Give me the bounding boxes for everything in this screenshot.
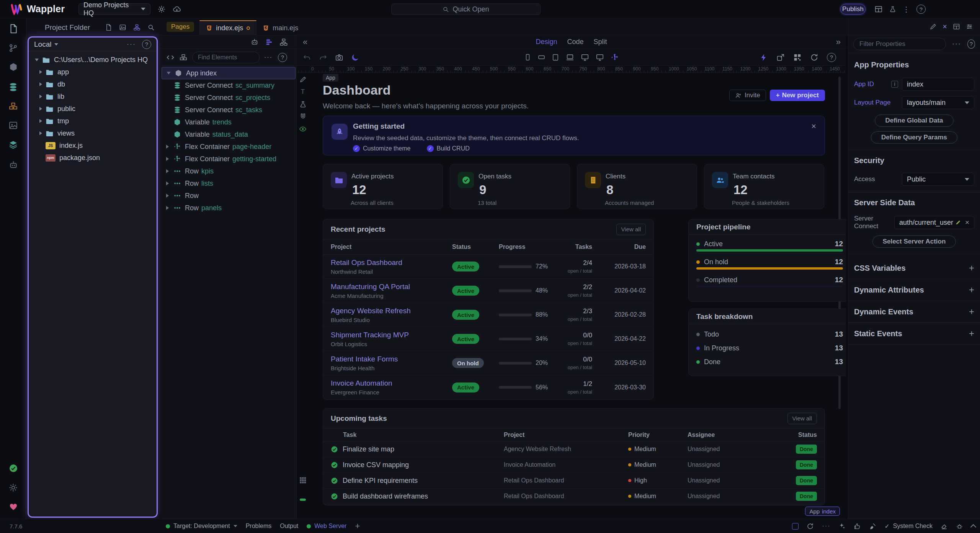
new-file-icon[interactable] (105, 24, 112, 31)
layout-square-icon[interactable] (792, 523, 799, 530)
collapse-up-icon[interactable] (970, 524, 977, 530)
edit-pencil-icon[interactable] (929, 23, 937, 30)
broom-icon[interactable] (869, 523, 876, 530)
theme-droplet-icon[interactable] (889, 5, 896, 13)
tab-index-ejs[interactable]: index.ejs (199, 20, 256, 35)
project-link[interactable]: Agency Website Refresh (331, 307, 452, 315)
selected-element-chip[interactable]: App index (805, 507, 840, 516)
help-icon[interactable]: ? (967, 39, 975, 49)
clear-icon[interactable]: × (965, 218, 969, 227)
project-link[interactable]: Invoice Automation (331, 379, 452, 387)
close-icon[interactable]: × (811, 121, 816, 131)
device-desktop-icon[interactable] (581, 53, 589, 62)
app-tree-item[interactable]: Variable trends (161, 116, 296, 128)
grid-icon[interactable] (299, 476, 307, 484)
panel-more-icon[interactable]: ··· (127, 40, 136, 48)
tree-folder-row[interactable]: tmp (29, 115, 157, 127)
app-id-input[interactable]: index (902, 78, 974, 91)
help-icon[interactable]: ? (916, 5, 926, 14)
tree-folder-row[interactable]: public (29, 103, 157, 115)
search-files-icon[interactable] (147, 24, 155, 31)
thumbs-up-icon[interactable] (854, 523, 861, 530)
collapsible-section[interactable]: Dynamic Attributes + (848, 282, 980, 298)
more-icon[interactable]: ··· (822, 523, 830, 530)
plus-icon[interactable]: + (969, 263, 974, 273)
text-tool-icon[interactable]: T (301, 88, 305, 96)
layers-icon[interactable] (0, 138, 26, 151)
image-preview-icon[interactable] (119, 24, 126, 31)
sparkles-icon[interactable] (838, 523, 846, 530)
add-target-icon[interactable]: + (355, 521, 360, 531)
getting-started-check[interactable]: ✓ Customize theme (353, 145, 411, 152)
table-icon[interactable] (953, 23, 960, 30)
problems-button[interactable]: Problems (246, 523, 272, 530)
add-indicator[interactable] (300, 499, 306, 501)
app-tree-item[interactable]: Flex Container getting-started (161, 153, 296, 165)
outline-list-icon[interactable] (265, 38, 273, 46)
tree-folder-row[interactable]: app (29, 66, 157, 78)
tree-folder-row[interactable]: db (29, 78, 157, 90)
status-badge-icon[interactable] (0, 462, 26, 475)
collapsible-section[interactable]: CSS Variables + (848, 260, 980, 276)
robot-icon[interactable] (0, 159, 26, 172)
database-icon[interactable] (0, 80, 26, 93)
eye-icon[interactable] (299, 125, 307, 133)
target-selector[interactable]: Target: Development (166, 523, 237, 530)
edit-pencil-icon[interactable] (955, 219, 961, 226)
device-tablet-icon[interactable] (552, 53, 559, 62)
settings-gear-icon[interactable] (157, 5, 166, 13)
plus-icon[interactable]: + (969, 328, 974, 339)
mode-design[interactable]: Design (536, 38, 557, 46)
preferences-gear-icon[interactable] (0, 481, 26, 494)
project-link[interactable]: Shipment Tracking MVP (331, 331, 452, 339)
app-tree-item[interactable]: Row lists (161, 177, 296, 190)
cloud-sync-icon[interactable] (173, 5, 181, 13)
view-all-button[interactable]: View all (787, 413, 817, 424)
eraser-icon[interactable] (941, 523, 948, 530)
app-tree-item[interactable]: Flex Container page-header (161, 141, 296, 153)
components-icon[interactable] (0, 60, 26, 74)
new-project-button[interactable]: + New project (770, 90, 825, 101)
publish-button[interactable]: Publish (840, 4, 866, 15)
invite-button[interactable]: Invite (729, 90, 766, 101)
app-tree-item[interactable]: Row kpis (161, 165, 296, 177)
output-button[interactable]: Output (280, 523, 298, 530)
system-check-button[interactable]: ✓ System Check (884, 523, 933, 530)
ai-assistant-icon[interactable] (250, 38, 259, 46)
heart-icon[interactable] (0, 500, 26, 513)
collapsible-section[interactable]: Static Events + (848, 326, 980, 341)
quick-open-button[interactable]: Quick Open (391, 3, 541, 15)
tree-view-icon[interactable] (133, 24, 140, 31)
pages-chip[interactable]: Pages (167, 22, 194, 32)
device-tv-icon[interactable] (596, 53, 604, 62)
more-icon[interactable]: ··· (952, 40, 961, 48)
panel-help-icon[interactable]: ? (142, 40, 151, 49)
web-server-button[interactable]: Web Server (307, 523, 346, 530)
device-phone-landscape-icon[interactable] (538, 53, 545, 62)
panel-layout-icon[interactable] (874, 5, 883, 13)
assets-icon[interactable] (0, 119, 26, 132)
access-select[interactable]: Public (902, 173, 974, 186)
more-options-icon[interactable]: ⋮ (903, 5, 910, 14)
define-query-params-button[interactable]: Define Query Params (871, 131, 957, 144)
find-elements-input[interactable] (192, 52, 260, 63)
more-icon[interactable]: ··· (264, 54, 273, 61)
brush-icon[interactable] (299, 76, 307, 83)
magnet-icon[interactable] (299, 113, 307, 120)
plus-icon[interactable]: + (969, 306, 974, 317)
filter-sliders-icon[interactable] (966, 23, 973, 30)
app-tree-item[interactable]: Server Connect sc_tasks (161, 104, 296, 116)
device-laptop-icon[interactable] (566, 53, 574, 62)
components-bricks-icon[interactable] (179, 53, 188, 62)
getting-started-check[interactable]: ✓ Build CRUD (427, 145, 470, 152)
dom-tree-icon[interactable] (279, 38, 288, 46)
refresh-icon[interactable] (807, 523, 814, 530)
project-link[interactable]: Patient Intake Forms (331, 355, 452, 363)
layout-page-select[interactable]: layouts/main (902, 96, 974, 109)
collapsible-section[interactable]: Dynamic Events + (848, 304, 980, 319)
device-phone-icon[interactable] (524, 53, 531, 62)
view-all-button[interactable]: View all (616, 224, 646, 235)
app-tree-item[interactable]: Variable status_data (161, 128, 296, 141)
source-selector[interactable]: Local (34, 40, 51, 49)
app-tree-root-selected[interactable]: App index (162, 67, 296, 79)
